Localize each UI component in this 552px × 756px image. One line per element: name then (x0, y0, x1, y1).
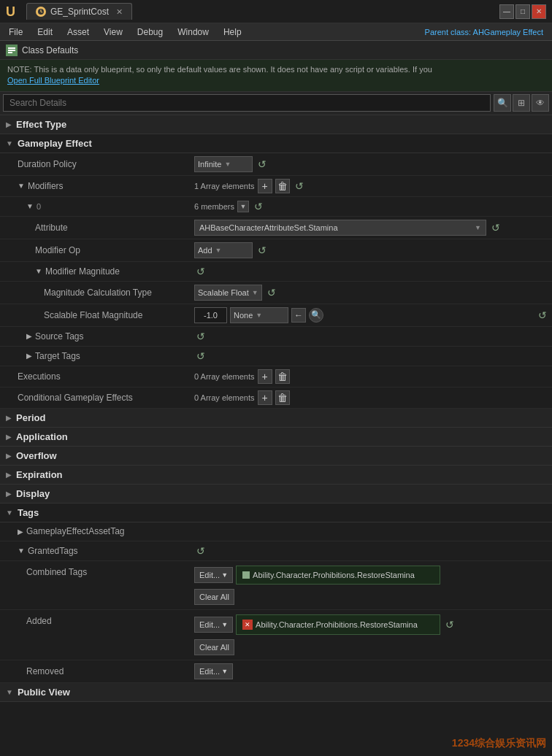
magnitude-calc-type-dropdown[interactable]: Scalable Float ▼ (194, 285, 262, 301)
menu-bar: File Edit Asset View Debug Window Help P… (0, 23, 552, 41)
executions-delete-button[interactable]: 🗑 (275, 369, 290, 384)
source-tags-reset[interactable]: ↺ (194, 330, 207, 343)
dropdown-arrow: ▼ (224, 161, 231, 168)
conditional-add-button[interactable]: + (258, 390, 272, 405)
svg-rect-2 (8, 47, 15, 49)
modifier-magnitude-row: ▼ Modifier Magnitude ↺ (0, 262, 552, 282)
section-expiration[interactable]: ▶ Expiration (0, 466, 552, 485)
title-bar: U GE_SprintCost ✕ — □ ✕ (0, 0, 552, 23)
app-logo: U (6, 4, 20, 19)
class-defaults-bar: Class Defaults (0, 41, 552, 60)
modifier-magnitude-arrow[interactable]: ▼ (35, 267, 42, 275)
open-full-blueprint-link[interactable]: Open Full Blueprint Editor (7, 76, 99, 85)
duration-policy-dropdown[interactable]: Infinite ▼ (194, 156, 253, 172)
modifier-op-reset[interactable]: ↺ (256, 244, 269, 257)
attribute-dropdown[interactable]: AHBaseCharacterAttributeSet.Stamina ▼ (194, 220, 486, 236)
added-tag-remove-button[interactable]: ✕ (242, 620, 253, 630)
minimize-button[interactable]: — (499, 4, 514, 19)
scalable-float-curve-dropdown[interactable]: None ▼ (230, 307, 288, 323)
tags-title: Tags (18, 507, 39, 518)
maximize-button[interactable]: □ (515, 4, 530, 19)
menu-help[interactable]: Help (218, 26, 248, 39)
removed-tags-value: Edit... ▼ (191, 662, 552, 681)
modifier-magnitude-reset[interactable]: ↺ (194, 265, 207, 278)
modifiers-delete-button[interactable]: 🗑 (275, 179, 290, 193)
modifiers-expand-arrow[interactable]: ▼ (18, 182, 25, 190)
section-tags[interactable]: ▼ Tags (0, 504, 552, 522)
section-effect-type[interactable]: ▶ Effect Type (0, 115, 552, 134)
gameplay-effect-title: Gameplay Effect (18, 138, 92, 149)
menu-debug[interactable]: Debug (131, 26, 169, 39)
granted-tags-reset[interactable]: ↺ (194, 544, 207, 558)
target-tags-arrow[interactable]: ▶ (26, 352, 32, 360)
scalable-float-magnitude-label: Scalable Float Magnitude (0, 310, 191, 320)
modifier-0-arrow[interactable]: ▼ (26, 202, 34, 210)
added-tags-label: Added (0, 613, 191, 626)
removed-tags-label: Removed (0, 666, 191, 676)
note-bar: NOTE: This is a data only blueprint, so … (0, 60, 552, 92)
asset-tag-arrow[interactable]: ▶ (18, 528, 23, 536)
menu-edit[interactable]: Edit (31, 26, 58, 39)
gameplay-effect-asset-tag-value (191, 530, 552, 533)
modifiers-row: ▼ Modifiers 1 Array elements + 🗑 ↺ (0, 176, 552, 197)
modifier-0-reset[interactable]: ↺ (252, 200, 265, 213)
added-tags-container: ✕ Ability.Character.Prohibitions.Restore… (236, 614, 440, 635)
duration-policy-reset[interactable]: ↺ (256, 158, 269, 171)
section-display[interactable]: ▶ Display (0, 485, 552, 504)
public-view-arrow: ▼ (6, 688, 13, 696)
removed-tags-row: Removed Edit... ▼ (0, 660, 552, 683)
granted-tags-arrow[interactable]: ▼ (18, 547, 25, 555)
menu-window[interactable]: Window (172, 26, 215, 39)
magnitude-calc-dropdown-arrow: ▼ (252, 289, 258, 296)
added-tags-clear-all-button[interactable]: Clear All (194, 639, 234, 655)
attribute-reset[interactable]: ↺ (489, 221, 502, 234)
combined-tags-clear-all-button[interactable]: Clear All (194, 589, 234, 605)
period-arrow: ▶ (6, 414, 12, 422)
magnitude-calc-type-value: Scalable Float ▼ ↺ (191, 283, 552, 302)
tab-close-icon[interactable]: ✕ (116, 7, 123, 17)
modifier-0-label: ▼ 0 (0, 202, 191, 211)
conditional-delete-button[interactable]: 🗑 (275, 390, 290, 405)
duration-policy-label: Duration Policy (0, 159, 191, 169)
section-gameplay-effect[interactable]: ▼ Gameplay Effect (0, 134, 552, 153)
scalable-float-reset[interactable]: ↺ (536, 309, 549, 322)
menu-view[interactable]: View (98, 26, 129, 39)
scalable-float-num-input[interactable] (194, 307, 227, 323)
added-edit-dropdown-arrow: ▼ (221, 621, 228, 628)
combined-tags-edit-button[interactable]: Edit... ▼ (194, 567, 233, 583)
gameplay-effect-arrow: ▼ (6, 139, 13, 147)
magnitude-calc-reset[interactable]: ↺ (265, 286, 278, 299)
search-icon[interactable]: 🔍 (494, 94, 511, 112)
executions-row: Executions 0 Array elements + 🗑 (0, 366, 552, 387)
grid-view-icon[interactable]: ⊞ (513, 94, 530, 112)
nav-back-button[interactable]: ← (291, 308, 306, 323)
executions-add-button[interactable]: + (258, 369, 272, 384)
target-tags-reset[interactable]: ↺ (194, 350, 207, 363)
scalable-float-magnitude-row: Scalable Float Magnitude None ▼ ← 🔍 ↺ (0, 304, 552, 327)
modifier-0-collapse[interactable]: ▼ (237, 201, 249, 212)
modifiers-add-button[interactable]: + (258, 179, 272, 193)
section-application[interactable]: ▶ Application (0, 428, 552, 447)
edit-dropdown-arrow: ▼ (221, 571, 228, 579)
section-period[interactable]: ▶ Period (0, 409, 552, 428)
modifiers-reset[interactable]: ↺ (293, 180, 306, 193)
added-tags-reset[interactable]: ↺ (443, 618, 456, 631)
menu-file[interactable]: File (3, 26, 28, 39)
parent-class-display: Parent class: AHGameplay Effect (425, 28, 549, 36)
eye-icon[interactable]: 👁 (532, 94, 549, 112)
menu-asset[interactable]: Asset (61, 26, 95, 39)
section-overflow[interactable]: ▶ Overflow (0, 447, 552, 466)
search-curve-button[interactable]: 🔍 (309, 308, 323, 323)
tab-ge-sprintcost[interactable]: GE_SprintCost ✕ (26, 3, 132, 20)
attribute-dropdown-arrow: ▼ (475, 224, 481, 231)
display-arrow: ▶ (6, 490, 12, 498)
effect-type-title: Effect Type (16, 119, 66, 130)
source-tags-arrow[interactable]: ▶ (26, 332, 32, 340)
close-button[interactable]: ✕ (532, 4, 546, 19)
added-tags-edit-button[interactable]: Edit... ▼ (194, 617, 233, 633)
section-public-view[interactable]: ▼ Public View (0, 683, 552, 702)
search-input[interactable] (3, 94, 491, 112)
added-tag-item: ✕ Ability.Character.Prohibitions.Restore… (239, 618, 437, 631)
modifier-op-dropdown[interactable]: Add ▼ (194, 242, 253, 258)
removed-tags-edit-button[interactable]: Edit... ▼ (194, 663, 233, 679)
